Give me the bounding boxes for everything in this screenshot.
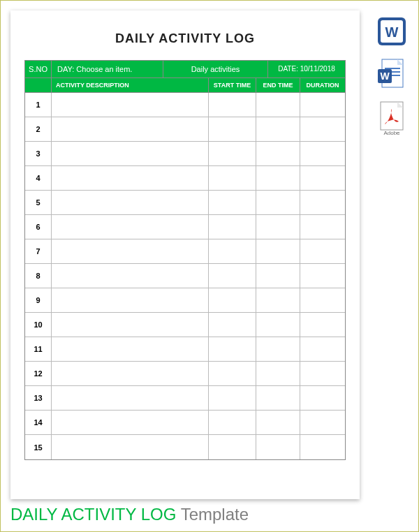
word-icon: W	[376, 16, 407, 47]
cell-duration[interactable]	[300, 215, 345, 239]
page-caption: DAILY ACTIVITY LOG Template	[10, 505, 249, 524]
table-header-row-2: ACTIVITY DESCRIPTION START TIME END TIME…	[25, 78, 345, 93]
row-number: 14	[25, 411, 52, 434]
table-header-row-1: S.NO DAY: Choose an item. Daily activiti…	[25, 61, 345, 78]
cell-description[interactable]	[52, 117, 209, 141]
cell-description[interactable]	[52, 313, 209, 337]
cell-description[interactable]	[52, 435, 209, 459]
cell-description[interactable]	[52, 239, 209, 263]
cell-duration[interactable]	[300, 288, 345, 312]
cell-end-time[interactable]	[256, 264, 300, 288]
header-sno: S.NO	[25, 61, 52, 77]
download-word-doc-button[interactable]: W	[376, 58, 407, 91]
table-row: 1	[25, 93, 345, 117]
cell-end-time[interactable]	[256, 435, 300, 459]
table-row: 8	[25, 264, 345, 288]
cell-description[interactable]	[52, 411, 209, 434]
svg-rect-5	[385, 68, 400, 69]
table-row: 5	[25, 191, 345, 215]
cell-start-time[interactable]	[209, 264, 256, 288]
cell-duration[interactable]	[300, 264, 345, 288]
row-number: 9	[25, 288, 52, 312]
cell-duration[interactable]	[300, 117, 345, 141]
cell-start-time[interactable]	[209, 191, 256, 214]
cell-end-time[interactable]	[256, 117, 300, 141]
cell-end-time[interactable]	[256, 411, 300, 434]
cell-start-time[interactable]	[209, 93, 256, 117]
cell-description[interactable]	[52, 142, 209, 165]
cell-description[interactable]	[52, 166, 209, 190]
table-row: 10	[25, 313, 345, 337]
cell-start-time[interactable]	[209, 362, 256, 385]
date-value: 10/11/2018	[300, 65, 335, 73]
cell-end-time[interactable]	[256, 142, 300, 165]
cell-end-time[interactable]	[256, 191, 300, 214]
cell-duration[interactable]	[300, 411, 345, 434]
cell-start-time[interactable]	[209, 117, 256, 141]
col-header-sno	[25, 78, 52, 92]
cell-duration[interactable]	[300, 313, 345, 337]
cell-description[interactable]	[52, 362, 209, 385]
cell-duration[interactable]	[300, 142, 345, 165]
cell-description[interactable]	[52, 215, 209, 239]
day-value[interactable]: Choose an item.	[76, 65, 132, 73]
cell-duration[interactable]	[300, 93, 345, 117]
cell-end-time[interactable]	[256, 166, 300, 190]
cell-duration[interactable]	[300, 166, 345, 190]
download-word-button[interactable]: W	[376, 15, 407, 48]
cell-start-time[interactable]	[209, 288, 256, 312]
cell-end-time[interactable]	[256, 93, 300, 117]
download-icons-panel: W W Adobe	[376, 15, 407, 135]
cell-duration[interactable]	[300, 435, 345, 459]
document-title: DAILY ACTIVITY LOG	[24, 31, 346, 46]
document-page: DAILY ACTIVITY LOG S.NO DAY: Choose an i…	[10, 10, 360, 499]
cell-end-time[interactable]	[256, 313, 300, 337]
cell-start-time[interactable]	[209, 411, 256, 434]
row-number: 2	[25, 117, 52, 141]
cell-end-time[interactable]	[256, 288, 300, 312]
table-row: 15	[25, 435, 345, 459]
row-number: 6	[25, 215, 52, 239]
date-label: DATE:	[278, 65, 298, 73]
cell-start-time[interactable]	[209, 435, 256, 459]
cell-duration[interactable]	[300, 386, 345, 410]
cell-description[interactable]	[52, 191, 209, 214]
table-row: 4	[25, 166, 345, 191]
cell-description[interactable]	[52, 337, 209, 361]
cell-duration[interactable]	[300, 239, 345, 263]
pdf-icon: Adobe	[376, 101, 407, 135]
cell-description[interactable]	[52, 93, 209, 117]
row-number: 4	[25, 166, 52, 190]
table-row: 2	[25, 117, 345, 142]
cell-end-time[interactable]	[256, 337, 300, 361]
cell-end-time[interactable]	[256, 239, 300, 263]
table-row: 13	[25, 386, 345, 411]
row-number: 8	[25, 264, 52, 288]
cell-start-time[interactable]	[209, 142, 256, 165]
cell-end-time[interactable]	[256, 386, 300, 410]
cell-start-time[interactable]	[209, 239, 256, 263]
cell-duration[interactable]	[300, 191, 345, 214]
cell-end-time[interactable]	[256, 215, 300, 239]
table-row: 9	[25, 288, 345, 313]
cell-duration[interactable]	[300, 362, 345, 385]
cell-start-time[interactable]	[209, 337, 256, 361]
cell-duration[interactable]	[300, 337, 345, 361]
table-body: 123456789101112131415	[25, 93, 345, 459]
cell-start-time[interactable]	[209, 313, 256, 337]
cell-start-time[interactable]	[209, 386, 256, 410]
cell-end-time[interactable]	[256, 362, 300, 385]
row-number: 5	[25, 191, 52, 214]
cell-start-time[interactable]	[209, 215, 256, 239]
cell-description[interactable]	[52, 386, 209, 410]
cell-description[interactable]	[52, 288, 209, 312]
svg-text:W: W	[385, 24, 399, 40]
svg-text:W: W	[380, 71, 390, 82]
row-number: 7	[25, 239, 52, 263]
cell-start-time[interactable]	[209, 166, 256, 190]
col-header-duration: DURATION	[300, 78, 345, 92]
header-day-cell: DAY: Choose an item.	[52, 61, 163, 77]
cell-description[interactable]	[52, 264, 209, 288]
table-row: 3	[25, 142, 345, 166]
download-pdf-button[interactable]: Adobe	[376, 101, 407, 135]
